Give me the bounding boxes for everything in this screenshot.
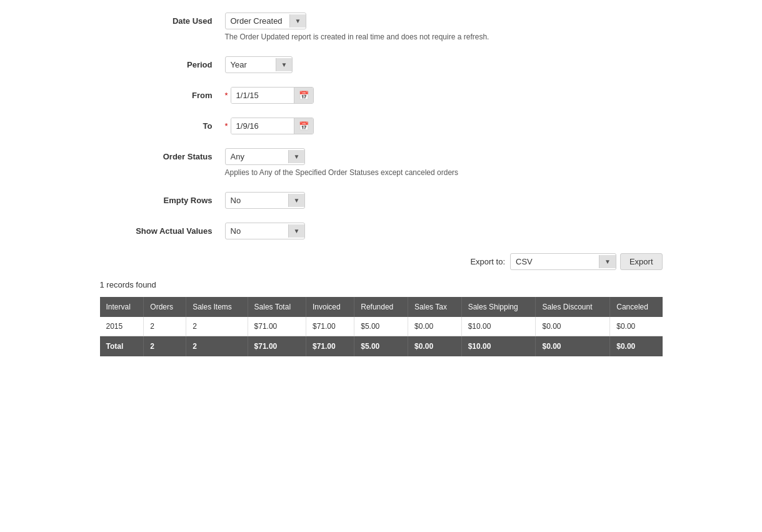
- date-used-row: Date Used Order Created Order Updated ▼ …: [100, 13, 663, 43]
- col-refunded: Refunded: [354, 297, 408, 317]
- footer-sales-shipping: $10.00: [461, 336, 536, 356]
- col-invoiced: Invoiced: [306, 297, 354, 317]
- col-sales-tax: Sales Tax: [408, 297, 462, 317]
- to-control: * 📅: [225, 118, 663, 134]
- date-used-hint: The Order Updated report is created in r…: [225, 32, 663, 43]
- period-select-wrapper[interactable]: Year Month Day ▼: [225, 56, 293, 73]
- col-sales-discount: Sales Discount: [536, 297, 610, 317]
- order-status-select[interactable]: Any Pending Processing Complete Closed C…: [226, 149, 288, 164]
- table-footer-row: Total 2 2 $71.00 $71.00 $5.00 $0.00 $10.…: [100, 336, 663, 356]
- empty-rows-control: No Yes ▼: [225, 192, 663, 209]
- order-status-select-wrapper[interactable]: Any Pending Processing Complete Closed C…: [225, 148, 306, 165]
- to-label: To: [203, 121, 213, 131]
- table-body: 2015 2 2 $71.00 $71.00 $5.00 $0.00 $10.0…: [100, 317, 663, 336]
- from-control: * 📅: [225, 87, 663, 104]
- empty-rows-label: Empty Rows: [100, 192, 225, 205]
- show-actual-values-select-wrapper[interactable]: No Yes ▼: [225, 223, 306, 239]
- cell-canceled: $0.00: [610, 317, 663, 336]
- report-form: Date Used Order Created Order Updated ▼ …: [100, 13, 663, 356]
- from-label: From: [192, 91, 213, 100]
- data-table: Interval Orders Sales Items Sales Total …: [100, 297, 663, 356]
- date-used-select-wrapper[interactable]: Order Created Order Updated ▼: [225, 13, 307, 29]
- cell-sales-discount: $0.00: [536, 317, 610, 336]
- empty-rows-select-wrapper[interactable]: No Yes ▼: [225, 192, 306, 209]
- date-used-dropdown-arrow[interactable]: ▼: [289, 14, 306, 28]
- footer-orders: 2: [144, 336, 186, 356]
- to-date-wrap[interactable]: 📅: [231, 118, 314, 134]
- empty-rows-select[interactable]: No Yes: [226, 193, 288, 208]
- to-date-input[interactable]: [231, 118, 294, 134]
- date-used-control: Order Created Order Updated ▼ The Order …: [225, 13, 663, 43]
- col-sales-total: Sales Total: [248, 297, 306, 317]
- period-row: Period Year Month Day ▼: [100, 56, 663, 73]
- from-required-star: *: [225, 91, 228, 100]
- order-status-dropdown-arrow[interactable]: ▼: [288, 150, 305, 163]
- export-format-dropdown-arrow[interactable]: ▼: [599, 255, 616, 268]
- col-canceled: Canceled: [610, 297, 663, 317]
- cell-refunded: $5.00: [354, 317, 408, 336]
- from-calendar-icon[interactable]: 📅: [294, 88, 313, 103]
- footer-sales-items: 2: [186, 336, 248, 356]
- period-label: Period: [100, 56, 225, 69]
- cell-sales-total: $71.00: [248, 317, 306, 336]
- empty-rows-row: Empty Rows No Yes ▼: [100, 192, 663, 209]
- table-header-row: Interval Orders Sales Items Sales Total …: [100, 297, 663, 317]
- from-label-wrap: From: [100, 87, 225, 100]
- show-actual-values-select[interactable]: No Yes: [226, 223, 288, 239]
- empty-rows-dropdown-arrow[interactable]: ▼: [288, 194, 305, 207]
- export-row: Export to: CSV Excel XML Tab-separated v…: [100, 253, 663, 270]
- to-row: To * 📅: [100, 118, 663, 134]
- col-sales-shipping: Sales Shipping: [461, 297, 536, 317]
- table-footer: Total 2 2 $71.00 $71.00 $5.00 $0.00 $10.…: [100, 336, 663, 356]
- order-status-control: Any Pending Processing Complete Closed C…: [225, 148, 663, 178]
- show-actual-values-row: Show Actual Values No Yes ▼: [100, 223, 663, 239]
- footer-sales-tax: $0.00: [408, 336, 462, 356]
- export-button[interactable]: Export: [620, 253, 663, 270]
- export-label: Export to:: [470, 257, 505, 266]
- from-date-input[interactable]: [231, 88, 294, 103]
- from-row: From * 📅: [100, 87, 663, 104]
- records-found: 1 records found: [100, 280, 663, 289]
- order-status-hint: Applies to Any of the Specified Order St…: [225, 168, 663, 178]
- to-required-star: *: [225, 121, 228, 131]
- date-used-label: Date Used: [100, 13, 225, 26]
- cell-sales-shipping: $10.00: [461, 317, 536, 336]
- footer-canceled: $0.00: [610, 336, 663, 356]
- from-date-wrap[interactable]: 📅: [231, 87, 314, 104]
- export-format-select[interactable]: CSV Excel XML Tab-separated values: [511, 254, 599, 269]
- export-format-select-wrapper[interactable]: CSV Excel XML Tab-separated values ▼: [510, 253, 616, 270]
- cell-sales-tax: $0.00: [408, 317, 462, 336]
- footer-refunded: $5.00: [354, 336, 408, 356]
- cell-orders: 2: [144, 317, 186, 336]
- footer-label: Total: [100, 336, 144, 356]
- table-header: Interval Orders Sales Items Sales Total …: [100, 297, 663, 317]
- cell-sales-items: 2: [186, 317, 248, 336]
- date-used-select[interactable]: Order Created Order Updated: [226, 13, 289, 29]
- table-row: 2015 2 2 $71.00 $71.00 $5.00 $0.00 $10.0…: [100, 317, 663, 336]
- to-calendar-icon[interactable]: 📅: [294, 118, 313, 134]
- footer-invoiced: $71.00: [306, 336, 354, 356]
- period-control: Year Month Day ▼: [225, 56, 663, 73]
- show-actual-values-label: Show Actual Values: [100, 223, 225, 236]
- col-orders: Orders: [144, 297, 186, 317]
- footer-sales-discount: $0.00: [536, 336, 610, 356]
- cell-interval: 2015: [100, 317, 144, 336]
- footer-sales-total: $71.00: [248, 336, 306, 356]
- col-interval: Interval: [100, 297, 144, 317]
- show-actual-values-control: No Yes ▼: [225, 223, 663, 239]
- period-dropdown-arrow[interactable]: ▼: [276, 58, 293, 71]
- show-actual-values-dropdown-arrow[interactable]: ▼: [288, 224, 305, 238]
- order-status-row: Order Status Any Pending Processing Comp…: [100, 148, 663, 178]
- to-label-wrap: To: [100, 118, 225, 131]
- order-status-label: Order Status: [100, 148, 225, 161]
- col-sales-items: Sales Items: [186, 297, 248, 317]
- cell-invoiced: $71.00: [306, 317, 354, 336]
- period-select[interactable]: Year Month Day: [226, 57, 276, 73]
